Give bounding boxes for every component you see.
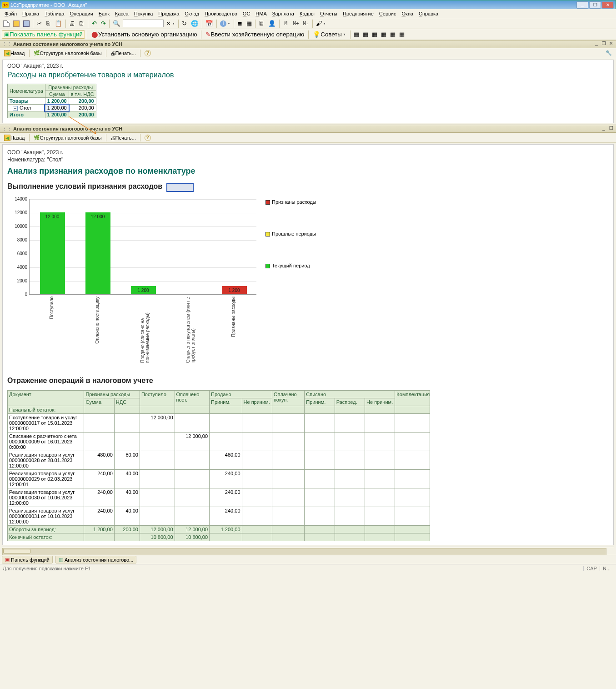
table-button[interactable]: ▦ [245, 20, 253, 28]
zoom-button[interactable]: 🔍 [111, 20, 122, 28]
info-button[interactable]: i▼ [219, 20, 232, 28]
restore-button[interactable]: ❐ [589, 1, 601, 9]
calc-button[interactable]: 🖩 [257, 20, 266, 28]
doc-close-button[interactable]: ✕ [608, 41, 614, 47]
cut-button[interactable]: ✂ [35, 20, 43, 28]
table-row[interactable]: Поступление товаров и услуг 00000000017 … [8, 414, 430, 433]
menu-staff[interactable]: Кадры [297, 10, 317, 17]
menu-reports[interactable]: Отчеты [317, 10, 340, 17]
view6-button[interactable]: ▦ [398, 30, 406, 39]
brush-button[interactable]: 🖌▼ [315, 20, 327, 28]
menu-table[interactable]: Таблица [42, 10, 67, 17]
menu-production[interactable]: Производство [202, 10, 240, 17]
grid-icon: ▦ [381, 31, 386, 38]
menu-operations[interactable]: Операции [67, 10, 95, 17]
help-button[interactable]: ? [142, 49, 153, 57]
show-panel-functions-button[interactable]: ▣ Показать панель функций [2, 30, 85, 39]
table-row[interactable]: Реализация товаров и услуг 00000000030 о… [8, 488, 430, 507]
scrollbar-thumb[interactable] [3, 549, 30, 553]
menu-edit[interactable]: Правка [20, 10, 42, 17]
menu-salary[interactable]: Зарплата [270, 10, 297, 17]
calendar-button[interactable]: 📅 [204, 20, 215, 28]
list-button[interactable]: ≣ [236, 20, 244, 28]
selected-cell[interactable]: 1 200,00 [45, 105, 69, 111]
bottom-tab-analysis[interactable]: ▥Анализ состояния налогово... [55, 556, 136, 563]
save-button[interactable] [22, 20, 31, 28]
menu-bank[interactable]: Банк [96, 10, 112, 17]
view2-button[interactable]: ▦ [361, 30, 370, 39]
print-button[interactable]: 🖨 [68, 20, 76, 28]
back-button[interactable]: ◀Назад [2, 134, 27, 142]
clear-icon: ✕ [166, 20, 171, 27]
collapse-toggle[interactable]: − [13, 106, 18, 111]
legend-item: Прошлые периоды [265, 231, 316, 263]
org-icon: ⬤ [91, 31, 98, 38]
menu-help[interactable]: Справка [416, 10, 441, 17]
menu-service[interactable]: Сервис [376, 10, 399, 17]
view3-button[interactable]: ▦ [371, 30, 379, 39]
user-button[interactable]: 👤 [267, 20, 277, 28]
view4-button[interactable]: ▦ [380, 30, 388, 39]
document-tab-1: ⋮⋮ Анализ состояния налогового учета по … [0, 40, 616, 48]
bottom-tab-panel-functions[interactable]: ▣Панель функций [2, 556, 53, 563]
tab-handle-icon[interactable]: ⋮⋮ [2, 126, 12, 132]
doc-title-1: Анализ состояния налогового учета по УСН [13, 41, 593, 47]
memory-minus-button[interactable]: M- [301, 20, 311, 28]
new-button[interactable] [2, 20, 11, 28]
doc-restore-button[interactable]: ❐ [608, 126, 614, 132]
y-tick: 2000 [7, 278, 27, 283]
help-button[interactable]: ? [142, 134, 153, 142]
doc-minimize-button[interactable]: _ [601, 126, 607, 132]
open-button[interactable] [12, 20, 21, 28]
memory-m-button[interactable]: M [281, 20, 290, 28]
menu-windows[interactable]: Окна [399, 10, 416, 17]
doc-minimize-button[interactable]: _ [593, 41, 600, 47]
menu-enterprise[interactable]: Предприятие [340, 10, 376, 17]
bulb-icon: 💡 [313, 31, 321, 38]
menu-warehouse[interactable]: Склад [182, 10, 202, 17]
search-input[interactable] [123, 20, 164, 27]
copy-button[interactable]: ⎘ [44, 20, 52, 28]
memory-plus-button[interactable]: M+ [291, 20, 300, 28]
copy-icon: ⎘ [46, 20, 50, 27]
view1-button[interactable]: ▦ [352, 30, 361, 39]
col-nomenclature: Номенклатура [8, 84, 45, 98]
view5-button[interactable]: ▦ [389, 30, 397, 39]
undo-button[interactable]: ↶ [90, 20, 98, 28]
menu-sale[interactable]: Продажа [155, 10, 182, 17]
back-button[interactable]: ◀Назад [2, 49, 27, 57]
tax-base-structure-button[interactable]: 🌿Структура налоговой базы [31, 49, 104, 57]
y-tick: 0 [7, 292, 27, 297]
table-row[interactable]: Реализация товаров и услуг 00000000028 о… [8, 451, 430, 470]
tab-handle-icon[interactable]: ⋮⋮ [2, 41, 12, 47]
print-preview-button[interactable]: 🗎 [77, 20, 86, 28]
search-clear-button[interactable]: ✕▼ [165, 20, 176, 28]
close-button[interactable]: ✕ [602, 1, 614, 9]
tax-base-structure-button[interactable]: 🌿Структура налоговой базы [31, 134, 104, 141]
refresh-button[interactable]: ↻ [180, 20, 189, 28]
table-row[interactable]: Списание с расчетного счета 00000000009 … [8, 433, 430, 451]
minimize-button[interactable]: _ [576, 1, 588, 9]
settings-button[interactable]: 🔧 [603, 49, 614, 57]
menu-nma[interactable]: НМА [253, 10, 269, 17]
redo-button[interactable]: ↷ [99, 20, 107, 28]
table-row[interactable]: Реализация товаров и услуг 00000000031 о… [8, 507, 430, 526]
table-row[interactable]: Реализация товаров и услуг 00000000029 о… [8, 470, 430, 488]
doc-restore-button[interactable]: ❐ [601, 41, 607, 47]
enter-operation-button[interactable]: ✎ Ввести хозяйственную операцию [203, 30, 306, 39]
tips-button[interactable]: 💡 Советы▼ [311, 30, 348, 39]
set-main-org-button[interactable]: ⬤ Установить основную организацию [89, 30, 200, 39]
chart-bar: 1 200 [131, 286, 156, 294]
table-row[interactable]: Товары 1 200,00 200,00 [8, 98, 96, 105]
menu-os[interactable]: ОС [240, 10, 253, 17]
table-row[interactable]: Стол 1 200,00 200,00 [8, 105, 96, 111]
menu-file[interactable]: Файл [2, 10, 20, 17]
menu-purchase[interactable]: Покупка [131, 10, 156, 17]
paste-button[interactable]: 📋 [53, 20, 64, 28]
horizontal-scrollbar[interactable] [2, 547, 614, 555]
report2-heading: Анализ признания расходов по номенклатур… [7, 166, 609, 176]
print-button[interactable]: 🖨Печать... [108, 50, 138, 57]
globe-button[interactable]: 🌐 [190, 20, 200, 28]
menu-cash[interactable]: Касса [112, 10, 131, 17]
print-button[interactable]: 🖨Печать... [108, 134, 138, 141]
